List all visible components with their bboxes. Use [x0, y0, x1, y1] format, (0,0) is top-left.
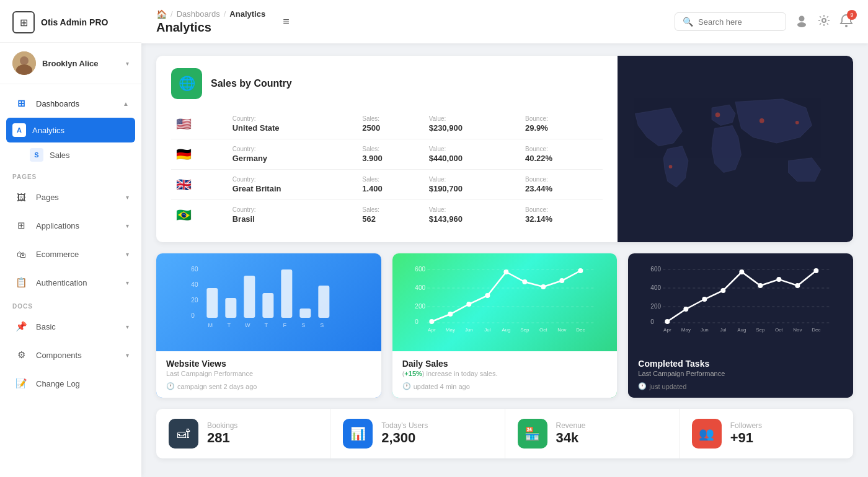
- sidebar-item-ecommerce[interactable]: 🛍 Ecommerce ▾: [0, 240, 141, 268]
- applications-chevron-icon: ▾: [126, 222, 129, 229]
- svg-text:Dec: Dec: [576, 327, 585, 333]
- table-row: 🇬🇧 Country:Great Britain Sales:1.400 Val…: [171, 170, 603, 200]
- bookings-icon-box: 🛋: [169, 419, 198, 449]
- bounce-value-0: 29.9%: [525, 123, 598, 133]
- revenue-label: Revenue: [556, 421, 586, 430]
- clock-icon: 🕐: [166, 382, 175, 390]
- value-value-3: $143,960: [429, 214, 515, 224]
- sidebar-item-applications-label: Applications: [36, 221, 120, 230]
- daily-sales-subtitle: (+15%) increase in today sales.: [402, 370, 608, 377]
- world-map: [618, 56, 853, 242]
- sidebar-item-components[interactable]: ⚙ Components ▾: [0, 341, 141, 369]
- chart-row: 60 40 20 0 M T: [156, 253, 853, 398]
- search-box[interactable]: 🔍: [675, 12, 786, 31]
- svg-text:200: 200: [415, 303, 425, 310]
- page-title: Analytics: [156, 20, 265, 35]
- flag-br: 🇧🇷: [176, 208, 192, 222]
- sidebar-item-dashboards[interactable]: ⊞ Dashboards ▲: [0, 89, 141, 118]
- table-row: 🇺🇸 Country:United State Sales:2500 Value…: [171, 109, 603, 139]
- website-views-chart: 60 40 20 0 M T: [156, 253, 381, 351]
- svg-rect-19: [281, 269, 292, 318]
- basic-icon: 📌: [12, 318, 30, 335]
- sidebar-item-sales[interactable]: S Sales: [0, 142, 141, 167]
- svg-point-10: [669, 165, 673, 168]
- clock-icon-2: 🕐: [402, 382, 411, 390]
- basic-chevron-icon: ▾: [126, 323, 129, 330]
- main-area: 🏠 / Dashboards / Analytics Analytics ≡ 🔍: [141, 0, 868, 477]
- sidebar-item-applications[interactable]: ⊞ Applications ▾: [0, 211, 141, 240]
- value-label-2: Value:: [429, 176, 515, 183]
- user-name: Brooklyn Alice: [42, 59, 120, 68]
- clock-icon-3: 🕐: [638, 382, 647, 390]
- completed-tasks-card: 600 400 200 0: [628, 253, 853, 398]
- svg-point-4: [797, 22, 806, 27]
- sidebar-item-changelog-label: Change Log: [36, 379, 129, 388]
- user-profile-icon[interactable]: [795, 14, 808, 30]
- sidebar-item-changelog[interactable]: 📝 Change Log: [0, 369, 141, 398]
- today-users-value: 2,300: [381, 430, 428, 446]
- sales-card-header: 🌐 Sales by Country: [171, 68, 603, 99]
- svg-point-6: [845, 25, 848, 27]
- sales-label-2: Sales:: [362, 176, 418, 183]
- stat-followers: 👥 Followers +91: [680, 409, 853, 458]
- home-icon: 🏠: [156, 9, 167, 19]
- svg-text:40: 40: [191, 281, 198, 288]
- country-value-0: United State: [232, 123, 353, 133]
- svg-point-37: [429, 319, 434, 324]
- svg-text:Sep: Sep: [756, 327, 766, 333]
- sidebar-item-authentication-label: Authentication: [36, 278, 120, 287]
- search-input[interactable]: [698, 17, 779, 27]
- followers-icon-box: 👥: [692, 419, 722, 449]
- sidebar-item-ecommerce-label: Ecommerce: [36, 250, 120, 259]
- flag-us: 🇺🇸: [176, 117, 192, 131]
- authentication-chevron-icon: ▾: [126, 279, 129, 286]
- changelog-icon: 📝: [12, 375, 30, 392]
- svg-text:600: 600: [415, 266, 425, 273]
- country-value-1: Germany: [232, 154, 353, 163]
- sales-icon: S: [30, 148, 43, 162]
- svg-text:Nov: Nov: [557, 327, 566, 333]
- website-views-title: Website Views: [166, 359, 371, 369]
- svg-text:Jun: Jun: [465, 327, 473, 333]
- svg-text:Apr: Apr: [663, 327, 671, 333]
- followers-value: +91: [730, 430, 762, 446]
- sidebar-item-basic[interactable]: 📌 Basic ▾: [0, 312, 141, 341]
- sidebar-item-pages[interactable]: 🖼 Pages ▾: [0, 183, 141, 211]
- revenue-value: 34k: [556, 430, 586, 446]
- svg-text:60: 60: [191, 266, 198, 273]
- svg-point-3: [799, 15, 805, 21]
- analytics-icon: A: [12, 123, 26, 137]
- sidebar-logo: ⊞ Otis Admin PRO: [0, 0, 141, 43]
- docs-section-label: DOCS: [0, 297, 141, 312]
- today-users-label: Today's Users: [381, 421, 428, 430]
- stat-bookings: 🛋 Bookings 281: [156, 409, 330, 458]
- sales-table: 🇺🇸 Country:United State Sales:2500 Value…: [171, 109, 603, 230]
- settings-icon[interactable]: [817, 14, 831, 30]
- completed-tasks-info: Completed Tasks Last Campaign Performanc…: [628, 351, 853, 398]
- svg-text:0: 0: [651, 318, 655, 325]
- sidebar-nav: ⊞ Dashboards ▲ A Analytics S Sales PAGES…: [0, 84, 141, 403]
- topbar: 🏠 / Dashboards / Analytics Analytics ≡ 🔍: [141, 0, 868, 43]
- value-value-1: $440,000: [429, 154, 515, 163]
- hamburger-icon[interactable]: ≡: [283, 15, 290, 28]
- sidebar-item-authentication[interactable]: 📋 Authentication ▾: [0, 268, 141, 297]
- svg-point-43: [541, 284, 546, 289]
- notification-icon[interactable]: 9: [839, 14, 853, 30]
- svg-point-65: [702, 297, 707, 302]
- website-views-card: 60 40 20 0 M T: [156, 253, 381, 398]
- daily-sales-chart: 600 400 200 0: [392, 253, 618, 351]
- completed-tasks-title: Completed Tasks: [638, 359, 843, 369]
- svg-point-9: [795, 121, 799, 125]
- svg-point-39: [466, 302, 471, 307]
- svg-point-64: [684, 307, 689, 312]
- svg-text:200: 200: [651, 303, 662, 310]
- website-views-footer-text: campaign sent 2 days ago: [177, 383, 257, 390]
- sidebar-user[interactable]: Brooklyn Alice ▾: [0, 43, 141, 84]
- breadcrumb-sep2: /: [224, 9, 226, 19]
- bounce-label-2: Bounce:: [525, 176, 598, 183]
- svg-text:S: S: [301, 322, 305, 328]
- sidebar-item-analytics[interactable]: A Analytics: [6, 118, 135, 142]
- followers-label: Followers: [730, 421, 762, 430]
- svg-point-69: [777, 277, 782, 282]
- sidebar-item-basic-label: Basic: [36, 322, 120, 331]
